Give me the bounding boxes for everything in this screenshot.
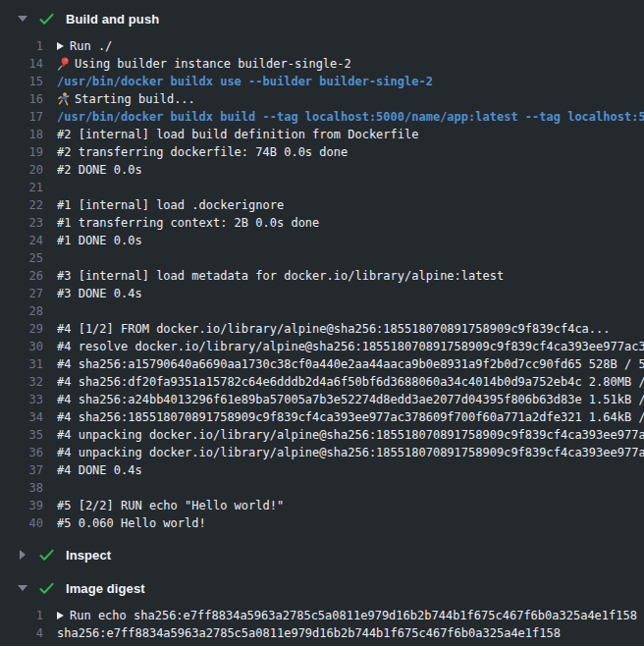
log-text: #4 resolve docker.io/library/alpine@sha2… bbox=[57, 340, 644, 353]
log-line-body: #4 sha256:df20fa9351a15782c64e6dddb2d4a6… bbox=[57, 375, 644, 389]
log-line: 1Run ./ bbox=[0, 37, 644, 55]
line-number[interactable]: 39 bbox=[0, 499, 43, 512]
log-line: 28 bbox=[0, 302, 644, 320]
pushpin-icon bbox=[57, 57, 70, 71]
log-line-body: #2 transferring dockerfile: 74B 0.0s don… bbox=[57, 145, 644, 159]
log-text: #3 [internal] load metadata for docker.i… bbox=[57, 269, 504, 283]
line-number[interactable]: 20 bbox=[0, 163, 43, 177]
log-text: #2 transferring dockerfile: 74B 0.0s don… bbox=[57, 145, 348, 159]
log-line-body: #1 DONE 0.0s bbox=[57, 234, 644, 247]
log-text: Using builder instance builder-single-2 bbox=[75, 57, 351, 71]
section-title: Build and push bbox=[66, 12, 159, 27]
expand-toggle-icon[interactable] bbox=[57, 612, 64, 619]
section-header-build-and-push[interactable]: Build and push bbox=[0, 8, 644, 29]
log-line: 15/usr/bin/docker buildx use --builder b… bbox=[0, 73, 644, 90]
log-text: #4 sha256:a24bb4013296f61e89ba57005a7b3e… bbox=[57, 393, 644, 406]
line-number[interactable]: 19 bbox=[0, 145, 43, 159]
line-number[interactable]: 29 bbox=[0, 322, 43, 336]
line-number[interactable]: 23 bbox=[0, 216, 43, 230]
line-number[interactable]: 1 bbox=[0, 39, 43, 53]
log-line: 27#3 DONE 0.4s bbox=[0, 285, 644, 302]
log-text: #4 unpacking docker.io/library/alpine@sh… bbox=[57, 446, 644, 459]
log-text: sha256:e7ff8834a5963a2785c5a0811e979d16b… bbox=[57, 626, 561, 640]
log-line-body: #4 sha256:185518070891758909c9f839cf4ca3… bbox=[57, 410, 644, 424]
log-line: 38 bbox=[0, 479, 644, 497]
log-line: 37#4 DONE 0.4s bbox=[0, 461, 644, 479]
line-number[interactable]: 16 bbox=[0, 92, 43, 106]
line-number[interactable]: 31 bbox=[0, 357, 43, 371]
chevron-down-icon bbox=[18, 585, 27, 591]
log-viewer: Build and push1Run ./14Using builder ins… bbox=[0, 0, 644, 642]
log-line-body: #5 0.060 Hello world! bbox=[57, 516, 644, 530]
line-number[interactable]: 35 bbox=[0, 428, 43, 442]
line-number[interactable]: 18 bbox=[0, 128, 43, 141]
line-number[interactable]: 26 bbox=[0, 269, 43, 283]
line-number[interactable]: 21 bbox=[0, 181, 43, 194]
section-header-inspect[interactable]: Inspect bbox=[0, 544, 644, 565]
check-icon bbox=[39, 13, 54, 26]
line-number[interactable]: 1 bbox=[0, 609, 43, 622]
line-number[interactable]: 14 bbox=[0, 57, 43, 71]
log-line-body: #3 DONE 0.4s bbox=[57, 287, 644, 300]
line-number[interactable]: 38 bbox=[0, 481, 43, 495]
log-line-body: Starting build... bbox=[57, 92, 644, 106]
section-content-build-and-push: 1Run ./14Using builder instance builder-… bbox=[0, 37, 644, 532]
log-line: 17/usr/bin/docker buildx build --tag loc… bbox=[0, 108, 644, 126]
command-line-text: /usr/bin/docker buildx build --tag local… bbox=[57, 110, 644, 124]
line-number[interactable]: 37 bbox=[0, 463, 43, 477]
log-line: 33#4 sha256:a24bb4013296f61e89ba57005a7b… bbox=[0, 391, 644, 408]
log-text: #1 [internal] load .dockerignore bbox=[57, 198, 284, 212]
log-line-body: Using builder instance builder-single-2 bbox=[57, 57, 644, 71]
line-number[interactable]: 40 bbox=[0, 516, 43, 530]
section-title: Inspect bbox=[66, 548, 111, 563]
log-line: 19#2 transferring dockerfile: 74B 0.0s d… bbox=[0, 143, 644, 161]
line-number[interactable]: 24 bbox=[0, 234, 43, 247]
expand-toggle-icon[interactable] bbox=[57, 42, 64, 50]
log-line: 26#3 [internal] load metadata for docker… bbox=[0, 267, 644, 285]
log-text: #3 DONE 0.4s bbox=[57, 287, 142, 300]
line-number[interactable]: 25 bbox=[0, 251, 43, 265]
log-line: 30#4 resolve docker.io/library/alpine@sh… bbox=[0, 338, 644, 355]
log-line-body: #4 unpacking docker.io/library/alpine@sh… bbox=[57, 446, 644, 459]
log-line-body: #2 [internal] load build definition from… bbox=[57, 128, 644, 141]
log-line: 20#2 DONE 0.0s bbox=[0, 161, 644, 179]
log-text: #1 DONE 0.0s bbox=[57, 234, 142, 247]
log-line: 35#4 unpacking docker.io/library/alpine@… bbox=[0, 426, 644, 444]
log-line-body: #1 transferring context: 2B 0.0s done bbox=[57, 216, 644, 230]
log-line-body: #4 DONE 0.4s bbox=[57, 463, 644, 477]
section-content-image-digest: 1Run echo sha256:e7ff8834a5963a2785c5a08… bbox=[0, 607, 644, 642]
log-line-body: #4 sha256:a15790640a6690aa1730c38cf0a440… bbox=[57, 357, 644, 371]
line-number[interactable]: 17 bbox=[0, 110, 43, 124]
command-line-text: /usr/bin/docker buildx use --builder bui… bbox=[57, 75, 644, 88]
log-line: 21 bbox=[0, 179, 644, 196]
log-line: 36#4 unpacking docker.io/library/alpine@… bbox=[0, 444, 644, 461]
log-text: Starting build... bbox=[75, 92, 195, 106]
line-number[interactable]: 33 bbox=[0, 393, 43, 406]
log-line: 1Run echo sha256:e7ff8834a5963a2785c5a08… bbox=[0, 607, 644, 624]
log-line-body: #1 [internal] load .dockerignore bbox=[57, 198, 644, 212]
line-number[interactable]: 15 bbox=[0, 75, 43, 88]
line-number[interactable]: 4 bbox=[0, 626, 43, 640]
line-number[interactable]: 22 bbox=[0, 198, 43, 212]
log-section-inspect: Inspect bbox=[0, 544, 644, 565]
log-line: 29#4 [1/2] FROM docker.io/library/alpine… bbox=[0, 320, 644, 338]
log-section-image-digest: Image digest1Run echo sha256:e7ff8834a59… bbox=[0, 577, 644, 642]
line-number[interactable]: 30 bbox=[0, 340, 43, 353]
line-number[interactable]: 36 bbox=[0, 446, 43, 459]
line-number[interactable]: 34 bbox=[0, 410, 43, 424]
line-number[interactable]: 27 bbox=[0, 287, 43, 300]
section-header-image-digest[interactable]: Image digest bbox=[0, 577, 644, 599]
log-line-body: #4 sha256:a24bb4013296f61e89ba57005a7b3e… bbox=[57, 393, 644, 406]
log-line-body: Run ./ bbox=[57, 39, 644, 53]
log-line: 18#2 [internal] load build definition fr… bbox=[0, 126, 644, 143]
log-text: /usr/bin/docker buildx build --tag local… bbox=[57, 110, 644, 124]
log-line: 23#1 transferring context: 2B 0.0s done bbox=[0, 214, 644, 232]
log-line: 31#4 sha256:a15790640a6690aa1730c38cf0a4… bbox=[0, 355, 644, 373]
log-line: 39#5 [2/2] RUN echo "Hello world!" bbox=[0, 497, 644, 514]
log-text: #4 DONE 0.4s bbox=[57, 463, 142, 477]
log-line-body: #2 DONE 0.0s bbox=[57, 163, 644, 177]
log-text: /usr/bin/docker buildx use --builder bui… bbox=[57, 75, 433, 88]
line-number[interactable]: 32 bbox=[0, 375, 43, 389]
log-line: 34#4 sha256:185518070891758909c9f839cf4c… bbox=[0, 408, 644, 426]
line-number[interactable]: 28 bbox=[0, 304, 43, 318]
